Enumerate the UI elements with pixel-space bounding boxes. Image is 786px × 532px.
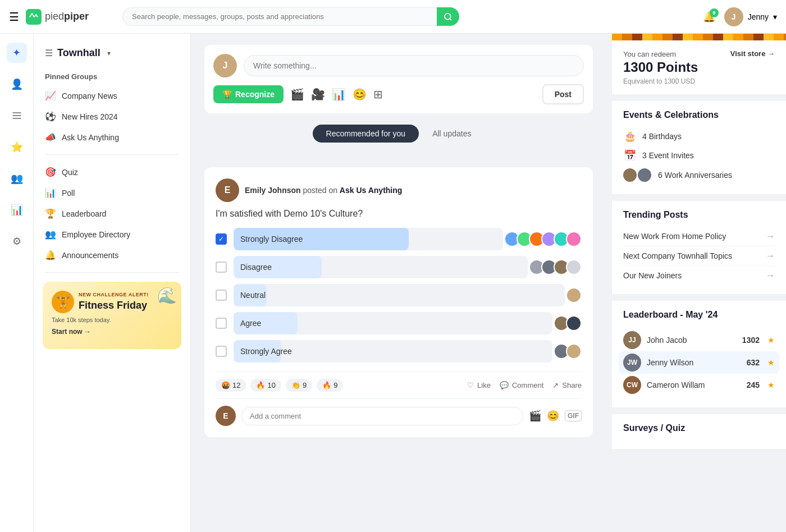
poll-label-strongly-agree: Strongly Agree: [240, 347, 292, 356]
poll-checkbox-disagree[interactable]: [216, 262, 227, 273]
poll-bar-agree[interactable]: Agree: [234, 312, 552, 334]
user-menu-button[interactable]: J Jenny ▾: [724, 7, 777, 26]
trending-label-2: Next Company Townhall Topics: [623, 251, 732, 260]
reaction-count-3: 9: [303, 381, 307, 389]
user-avatar: J: [724, 7, 743, 26]
trending-title: Trending Posts: [623, 210, 775, 220]
chart-icon[interactable]: 📊: [332, 88, 346, 101]
post-group-name[interactable]: Ask Us Anything: [340, 186, 403, 195]
leaderboard-icon: 🏆: [45, 208, 56, 219]
banner-subtitle: Take 10k steps today.: [52, 317, 172, 323]
visit-store-button[interactable]: Visit store →: [730, 49, 775, 58]
nav-icon-settings[interactable]: ⚙: [7, 231, 27, 251]
reaction-emoji-2: 🔥: [256, 381, 265, 389]
poll-avatar: [566, 259, 582, 275]
leaderboard-label: Leaderboard: [62, 209, 106, 218]
poll-bar-strongly-disagree[interactable]: Strongly Disagree: [234, 228, 503, 250]
tab-recommended[interactable]: Recommended for you: [313, 125, 419, 143]
poll-bar-neutral[interactable]: Neutral: [234, 284, 565, 306]
events-birthdays[interactable]: 🎂 4 Birthdays: [623, 127, 775, 146]
nav-icon-chart[interactable]: 📊: [7, 200, 27, 220]
media-icon[interactable]: 🎬: [290, 88, 304, 101]
sidebar-item-directory[interactable]: 👥 Employee Directory: [34, 224, 190, 245]
main-content: J 🏆 Recognize 🎬 🎥 📊 😊 ⊞ Post Recommended…: [191, 34, 606, 532]
comment-emoji-icon[interactable]: 😊: [547, 410, 559, 422]
trending-item-3[interactable]: Our New Joiners →: [623, 266, 775, 285]
poll-checkbox-agree[interactable]: [216, 318, 227, 329]
points-card: You can redeem Visit store → 1300 Points…: [612, 34, 786, 97]
more-icon[interactable]: ⊞: [373, 88, 383, 101]
trending-item-1[interactable]: New Work From Home Policy →: [623, 227, 775, 246]
composer-avatar: J: [213, 54, 237, 77]
events-anniversaries[interactable]: 6 Work Anniversaries: [623, 165, 775, 185]
poll-avatar: [566, 343, 582, 359]
search-input[interactable]: [122, 7, 459, 26]
poll-checkbox-strongly-agree[interactable]: [216, 346, 227, 357]
sidebar-item-new-hires[interactable]: ⚽ New Hires 2024: [34, 106, 190, 127]
poll-option-disagree: Disagree: [216, 256, 582, 278]
composer-actions: 🏆 Recognize 🎬 🎥 📊 😊 ⊞ Post: [213, 84, 584, 104]
sidebar-item-poll[interactable]: 📊 Poll: [34, 182, 190, 203]
nav-icon-people[interactable]: 👥: [7, 168, 27, 189]
sidebar-item-leaderboard[interactable]: 🏆 Leaderboard: [34, 203, 190, 224]
new-hires-label: New Hires 2024: [62, 112, 118, 121]
comment-media-icon[interactable]: 🎬: [529, 410, 541, 422]
composer-input[interactable]: [244, 55, 584, 76]
sidebar-item-company-news[interactable]: 📈 Company News: [34, 85, 190, 106]
comment-button[interactable]: 💬 Comment: [500, 381, 543, 389]
poll-label: Poll: [62, 189, 75, 198]
sidebar-item-ask-us[interactable]: 📣 Ask Us Anything: [34, 127, 190, 148]
lb-star-jenny: ★: [767, 358, 775, 367]
trending-card: Trending Posts New Work From Home Policy…: [612, 201, 786, 296]
svg-point-0: [445, 13, 451, 20]
emoji-icon[interactable]: 😊: [353, 88, 367, 101]
post-reactions: 🤬 12 🔥 10 👏 9 🔥 9 ♡: [216, 372, 582, 392]
sidebar-item-quiz[interactable]: 🎯 Quiz: [34, 162, 190, 182]
trending-item-2[interactable]: Next Company Townhall Topics →: [623, 246, 775, 266]
banner-tag: NEW CHALLENGE ALERT!: [79, 292, 149, 297]
nav-icon-home[interactable]: ✦: [7, 43, 27, 63]
nav-icon-star[interactable]: ⭐: [7, 137, 27, 157]
recognize-button[interactable]: 🏆 Recognize: [213, 85, 284, 103]
reaction-chip-3[interactable]: 👏 9: [286, 379, 312, 392]
gif-icon[interactable]: 🎥: [311, 88, 325, 101]
sidebar-divider-2: [45, 272, 179, 273]
post-button[interactable]: Post: [542, 84, 584, 104]
search-button[interactable]: [437, 7, 459, 26]
poll-checkbox-strongly-disagree[interactable]: ✓: [216, 233, 227, 245]
search-bar[interactable]: [122, 7, 459, 26]
sidebar-item-announcements[interactable]: 🔔 Announcements: [34, 245, 190, 265]
poll-avatar: [566, 315, 582, 331]
announcements-label: Announcements: [62, 251, 118, 260]
event-invites-icon: 📅: [623, 149, 637, 162]
share-button[interactable]: ↗ Share: [552, 381, 582, 389]
sidebar-banner[interactable]: 🏋️ NEW CHALLENGE ALERT! Fitness Friday T…: [43, 282, 181, 349]
points-label: You can redeem: [623, 50, 676, 58]
post-author-avatar: E: [216, 178, 239, 202]
hamburger-button[interactable]: ☰: [9, 10, 19, 24]
events-invites[interactable]: 📅 3 Event Invites: [623, 146, 775, 165]
reaction-chip-1[interactable]: 🤬 12: [216, 379, 246, 392]
poll-avatar: [566, 287, 582, 303]
poll-label-neutral: Neutral: [240, 291, 266, 300]
comment-gif-icon[interactable]: GIF: [565, 410, 582, 421]
like-button[interactable]: ♡ Like: [467, 381, 491, 389]
sidebar-menu-icon[interactable]: ☰: [45, 48, 53, 58]
reaction-chip-2[interactable]: 🔥 10: [250, 379, 281, 392]
poll-bar-strongly-agree[interactable]: Strongly Agree: [234, 340, 552, 363]
announcements-icon: 🔔: [45, 250, 56, 260]
poll-bar-disagree[interactable]: Disagree: [234, 256, 528, 278]
nav-icon-profile[interactable]: 👤: [7, 74, 27, 94]
app-layout: ✦ 👤 ⭐ 👥 📊 ⚙ ☰ Townhall ▾ Pinned Groups 📈…: [0, 34, 786, 532]
notifications-button[interactable]: 🔔 9: [703, 11, 715, 23]
nav-icon-list[interactable]: [7, 106, 27, 126]
reaction-emoji-1: 🤬: [221, 381, 230, 389]
new-hires-icon: ⚽: [45, 111, 56, 122]
poll-checkbox-neutral[interactable]: [216, 290, 227, 301]
leaderboard-item-jenny: JW Jenny Wilson 632 ★: [619, 351, 779, 374]
comment-input[interactable]: [241, 407, 523, 425]
trending-arrow-2: →: [766, 251, 775, 261]
banner-link[interactable]: Start now →: [52, 328, 172, 336]
reaction-chip-4[interactable]: 🔥 9: [317, 379, 343, 392]
tab-all-updates[interactable]: All updates: [419, 125, 485, 143]
